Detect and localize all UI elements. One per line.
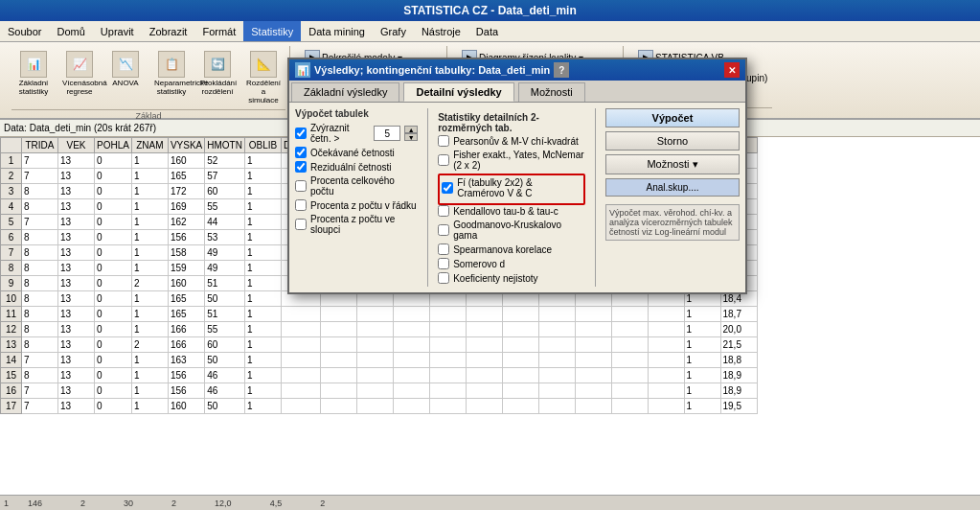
- cell[interactable]: [281, 353, 320, 368]
- cell[interactable]: 1: [131, 291, 168, 307]
- cb-kendallovo-input[interactable]: [438, 205, 449, 217]
- cell[interactable]: [281, 383, 320, 399]
- cell[interactable]: 0: [95, 230, 132, 245]
- cb-fisher-input[interactable]: [438, 154, 449, 166]
- cell[interactable]: [648, 353, 684, 368]
- cell[interactable]: 49: [205, 261, 245, 276]
- cell[interactable]: 8: [22, 307, 58, 322]
- cell[interactable]: [281, 337, 320, 353]
- cell[interactable]: [502, 307, 538, 322]
- btn-zakladni-statistiky[interactable]: 📊 Základní statistiky: [11, 48, 56, 107]
- cell[interactable]: [648, 322, 684, 337]
- row-number[interactable]: 9: [1, 276, 22, 291]
- dialog-close-btn[interactable]: ✕: [724, 62, 740, 78]
- cell[interactable]: [648, 337, 684, 353]
- cell[interactable]: [575, 337, 611, 353]
- cell[interactable]: [429, 383, 466, 399]
- cell[interactable]: 18,9: [720, 368, 757, 383]
- cell[interactable]: [393, 322, 429, 337]
- cell[interactable]: 55: [205, 322, 245, 337]
- cell[interactable]: [502, 399, 538, 414]
- cell[interactable]: 1: [131, 399, 168, 414]
- cell[interactable]: 8: [22, 337, 58, 353]
- cell[interactable]: [393, 383, 429, 399]
- cell[interactable]: [538, 307, 575, 322]
- cell[interactable]: 1: [684, 322, 720, 337]
- cell[interactable]: [320, 307, 356, 322]
- cell[interactable]: [281, 368, 320, 383]
- cell[interactable]: 8: [22, 276, 58, 291]
- menu-nastroje[interactable]: Nástroje: [414, 21, 468, 41]
- cell[interactable]: 1: [244, 276, 281, 291]
- menu-format[interactable]: Formát: [194, 21, 243, 41]
- menu-upravit[interactable]: Upravit: [93, 21, 142, 41]
- cell[interactable]: [648, 399, 684, 414]
- cell[interactable]: 8: [22, 291, 58, 307]
- cell[interactable]: 13: [58, 383, 95, 399]
- cell[interactable]: 172: [168, 184, 204, 199]
- zvyraznit-spinner[interactable]: [374, 126, 400, 141]
- cell[interactable]: 8: [22, 368, 58, 383]
- cell[interactable]: 160: [168, 399, 204, 414]
- cell[interactable]: [538, 337, 575, 353]
- row-number[interactable]: 6: [1, 230, 22, 245]
- cell[interactable]: [356, 399, 393, 414]
- cb-pearsonuv-input[interactable]: [438, 135, 449, 147]
- cell[interactable]: 13: [58, 153, 95, 169]
- cell[interactable]: [502, 368, 538, 383]
- spinner-down[interactable]: ▼: [404, 133, 418, 141]
- cell[interactable]: 8: [22, 322, 58, 337]
- cell[interactable]: 1: [131, 169, 168, 184]
- cell[interactable]: 50: [205, 353, 245, 368]
- spinner-up[interactable]: ▲: [404, 126, 418, 133]
- cell[interactable]: 13: [58, 307, 95, 322]
- cell[interactable]: [466, 337, 502, 353]
- cell[interactable]: 1: [684, 307, 720, 322]
- row-number[interactable]: 13: [1, 337, 22, 353]
- cell[interactable]: 0: [95, 399, 132, 414]
- cell[interactable]: 19,5: [720, 399, 757, 414]
- cell[interactable]: 0: [95, 353, 132, 368]
- cell[interactable]: 13: [58, 322, 95, 337]
- cell[interactable]: 13: [58, 261, 95, 276]
- row-number[interactable]: 8: [1, 261, 22, 276]
- cell[interactable]: 57: [205, 169, 245, 184]
- cell[interactable]: 50: [205, 399, 245, 414]
- cell[interactable]: 7: [22, 383, 58, 399]
- dialog-help-btn[interactable]: ?: [554, 62, 569, 78]
- cell[interactable]: [575, 368, 611, 383]
- cell[interactable]: 13: [58, 276, 95, 291]
- cell[interactable]: [538, 353, 575, 368]
- row-number[interactable]: 15: [1, 368, 22, 383]
- cell[interactable]: 1: [131, 230, 168, 245]
- cb-koeficienty-input[interactable]: [438, 272, 449, 284]
- cell[interactable]: [429, 353, 466, 368]
- cell[interactable]: 8: [22, 245, 58, 261]
- cell[interactable]: 60: [205, 184, 245, 199]
- cell[interactable]: [611, 307, 648, 322]
- cell[interactable]: [648, 383, 684, 399]
- cell[interactable]: 0: [95, 337, 132, 353]
- cell[interactable]: [466, 353, 502, 368]
- cell[interactable]: [502, 383, 538, 399]
- cell[interactable]: 7: [22, 153, 58, 169]
- cell[interactable]: 2: [131, 337, 168, 353]
- cell[interactable]: 0: [95, 261, 132, 276]
- btn-prokladani[interactable]: 🔄 Prokládání rozdělení: [195, 48, 239, 107]
- cb-ocekavane-input[interactable]: [295, 147, 307, 158]
- cell[interactable]: 1: [684, 399, 720, 414]
- cell[interactable]: 7: [22, 169, 58, 184]
- btn-rozdeleni[interactable]: 📐 Rozdělení a simulace: [241, 48, 285, 107]
- cell[interactable]: 1: [684, 368, 720, 383]
- cell[interactable]: 166: [168, 322, 204, 337]
- cell[interactable]: 1: [244, 307, 281, 322]
- cell[interactable]: 160: [168, 153, 204, 169]
- row-number[interactable]: 17: [1, 399, 22, 414]
- cell[interactable]: [320, 353, 356, 368]
- row-number[interactable]: 14: [1, 353, 22, 368]
- cell[interactable]: 13: [58, 245, 95, 261]
- cell[interactable]: [575, 383, 611, 399]
- cb-somerovo-input[interactable]: [438, 258, 449, 269]
- cell[interactable]: [281, 322, 320, 337]
- btn-analyzegroup[interactable]: Anal.skup....: [605, 178, 740, 197]
